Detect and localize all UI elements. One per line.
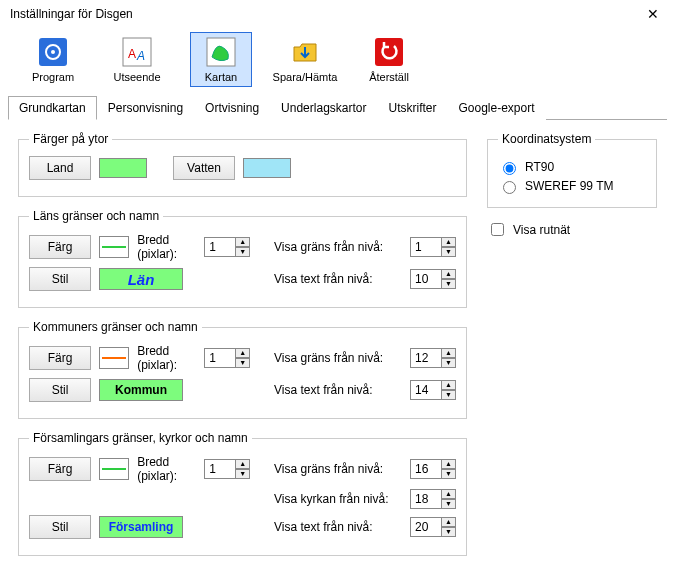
kommun-line-sample: [99, 347, 129, 369]
up-icon[interactable]: ▲: [442, 489, 456, 499]
toolbar-utseende[interactable]: AA Utseende: [106, 32, 168, 87]
undo-icon: [373, 36, 405, 68]
forsamling-text-input[interactable]: [410, 517, 442, 537]
forsamling-text-sample: Församling: [99, 516, 183, 538]
lan-grans-input[interactable]: [410, 237, 442, 257]
forsamling-farg-button[interactable]: Färg: [29, 457, 91, 481]
svg-rect-7: [375, 38, 403, 66]
tab-personvisning[interactable]: Personvisning: [97, 96, 194, 120]
tab-utskrifter[interactable]: Utskrifter: [377, 96, 447, 120]
lan-bredd-spin[interactable]: ▲▼: [204, 237, 250, 257]
down-icon[interactable]: ▼: [236, 247, 250, 257]
forsamling-stil-button[interactable]: Stil: [29, 515, 91, 539]
up-icon[interactable]: ▲: [442, 459, 456, 469]
folder-icon: [289, 36, 321, 68]
radio-sweref[interactable]: SWEREF 99 TM: [498, 178, 646, 194]
kommun-bredd-input[interactable]: [204, 348, 236, 368]
map-icon: [205, 36, 237, 68]
font-icon: AA: [121, 36, 153, 68]
down-icon[interactable]: ▼: [442, 499, 456, 509]
toolbar-program[interactable]: Program: [22, 32, 84, 87]
down-icon[interactable]: ▼: [442, 469, 456, 479]
forsamling-grans-label: Visa gräns från nivå:: [274, 462, 402, 476]
up-icon[interactable]: ▲: [442, 380, 456, 390]
down-icon[interactable]: ▼: [442, 390, 456, 400]
kommun-grans-label: Visa gräns från nivå:: [274, 351, 402, 365]
forsamling-text-spin[interactable]: ▲▼: [410, 517, 456, 537]
grid-checkbox[interactable]: Visa rutnät: [487, 220, 657, 239]
forsamling-bredd-spin[interactable]: ▲▼: [204, 459, 250, 479]
forsamling-kyrka-input[interactable]: [410, 489, 442, 509]
down-icon[interactable]: ▼: [236, 469, 250, 479]
down-icon[interactable]: ▼: [442, 358, 456, 368]
lan-farg-button[interactable]: Färg: [29, 235, 91, 259]
toolbar-aterstall[interactable]: Återställ: [358, 32, 420, 87]
lan-stil-button[interactable]: Stil: [29, 267, 91, 291]
gear-icon: [37, 36, 69, 68]
radio-rt90[interactable]: RT90: [498, 159, 646, 175]
kommun-text-sample: Kommun: [99, 379, 183, 401]
tab-underlagskartor[interactable]: Underlagskartor: [270, 96, 377, 120]
water-swatch[interactable]: [243, 158, 291, 178]
toolbar: Program AA Utseende Kartan Spara/Hämta Å…: [0, 28, 675, 95]
tab-grundkartan[interactable]: Grundkartan: [8, 96, 97, 120]
down-icon[interactable]: ▼: [442, 527, 456, 537]
lan-bredd-label: Bredd (pixlar):: [137, 233, 196, 261]
kommun-text-label: Visa text från nivå:: [274, 383, 402, 397]
forsamling-grans-spin[interactable]: ▲▼: [410, 459, 456, 479]
toolbar-label: Utseende: [113, 71, 160, 83]
tab-google[interactable]: Google-export: [447, 96, 545, 120]
forsamling-grans-input[interactable]: [410, 459, 442, 479]
lan-text-sample: Län: [99, 268, 183, 290]
up-icon[interactable]: ▲: [442, 269, 456, 279]
forsamling-line-sample: [99, 458, 129, 480]
svg-point-2: [51, 50, 55, 54]
close-icon[interactable]: ✕: [641, 6, 665, 22]
down-icon[interactable]: ▼: [442, 279, 456, 289]
forsamling-kyrka-spin[interactable]: ▲▼: [410, 489, 456, 509]
kommun-grans-spin[interactable]: ▲▼: [410, 348, 456, 368]
group-forsamling: Församlingars gränser, kyrkor och namn F…: [18, 431, 467, 556]
legend: Läns gränser och namn: [29, 209, 163, 223]
toolbar-label: Återställ: [369, 71, 409, 83]
kommun-bredd-spin[interactable]: ▲▼: [204, 348, 250, 368]
kommun-grans-input[interactable]: [410, 348, 442, 368]
toolbar-label: Program: [32, 71, 74, 83]
up-icon[interactable]: ▲: [236, 348, 250, 358]
lan-grans-spin[interactable]: ▲▼: [410, 237, 456, 257]
kommun-stil-button[interactable]: Stil: [29, 378, 91, 402]
tab-ortvisning[interactable]: Ortvisning: [194, 96, 270, 120]
toolbar-kartan[interactable]: Kartan: [190, 32, 252, 87]
window-title: Inställningar för Disgen: [10, 7, 133, 21]
forsamling-bredd-label: Bredd (pixlar):: [137, 455, 196, 483]
up-icon[interactable]: ▲: [236, 459, 250, 469]
forsamling-bredd-input[interactable]: [204, 459, 236, 479]
kommun-text-input[interactable]: [410, 380, 442, 400]
kommun-bredd-label: Bredd (pixlar):: [137, 344, 196, 372]
lan-text-input[interactable]: [410, 269, 442, 289]
group-kommun: Kommuners gränser och namn Färg Bredd (p…: [18, 320, 467, 419]
forsamling-text-label: Visa text från nivå:: [274, 520, 402, 534]
up-icon[interactable]: ▲: [236, 237, 250, 247]
legend: Kommuners gränser och namn: [29, 320, 202, 334]
toolbar-label: Spara/Hämta: [273, 71, 338, 83]
toolbar-spara[interactable]: Spara/Hämta: [274, 32, 336, 87]
up-icon[interactable]: ▲: [442, 517, 456, 527]
group-coord: Koordinatsystem RT90 SWEREF 99 TM: [487, 132, 657, 208]
up-icon[interactable]: ▲: [442, 237, 456, 247]
land-swatch[interactable]: [99, 158, 147, 178]
kommun-text-spin[interactable]: ▲▼: [410, 380, 456, 400]
land-button[interactable]: Land: [29, 156, 91, 180]
forsamling-kyrka-label: Visa kyrkan från nivå:: [274, 492, 402, 506]
lan-text-label: Visa text från nivå:: [274, 272, 402, 286]
down-icon[interactable]: ▼: [442, 247, 456, 257]
lan-bredd-input[interactable]: [204, 237, 236, 257]
water-button[interactable]: Vatten: [173, 156, 235, 180]
svg-text:A: A: [128, 47, 136, 61]
kommun-farg-button[interactable]: Färg: [29, 346, 91, 370]
lan-text-spin[interactable]: ▲▼: [410, 269, 456, 289]
toolbar-label: Kartan: [205, 71, 237, 83]
legend: Församlingars gränser, kyrkor och namn: [29, 431, 252, 445]
up-icon[interactable]: ▲: [442, 348, 456, 358]
down-icon[interactable]: ▼: [236, 358, 250, 368]
